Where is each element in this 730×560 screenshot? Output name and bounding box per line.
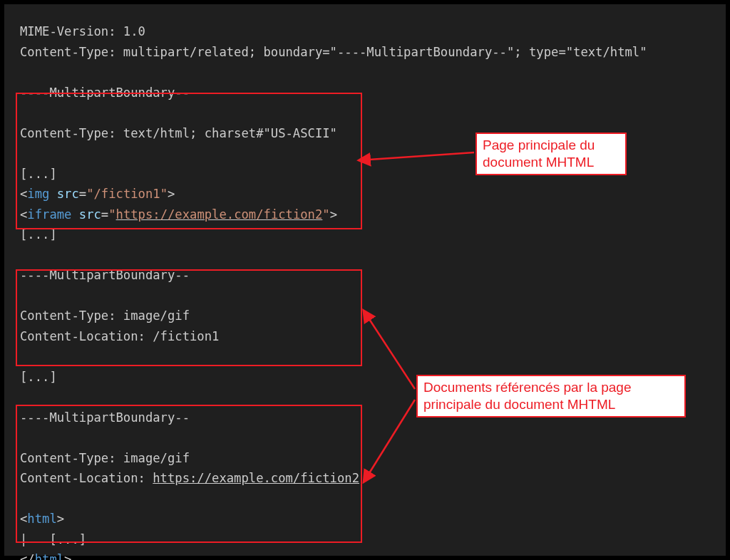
callout-main-page: Page principale du document MHTML [475, 133, 627, 175]
html-close-name: html [35, 552, 64, 560]
html-close-lt: </ [20, 552, 35, 560]
callout-referenced-docs: Documents référencés par la page princip… [416, 375, 686, 418]
code-editor-panel: MIME-Version: 1.0 Content-Type: multipar… [4, 4, 726, 556]
diagram-canvas: MIME-Version: 1.0 Content-Type: multipar… [0, 0, 730, 560]
html-close-gt: > [64, 552, 71, 560]
content-type-line: Content-Type: multipart/related; boundar… [20, 45, 647, 59]
part2-ellipsis: [...] [20, 370, 57, 384]
part1-ellipsis-bot: [...] [20, 227, 57, 242]
highlight-box-ref-doc-1 [16, 269, 362, 366]
highlight-box-main-page [16, 93, 362, 229]
highlight-box-ref-doc-2 [16, 405, 362, 543]
mime-version-line: MIME-Version: 1.0 [20, 24, 145, 38]
